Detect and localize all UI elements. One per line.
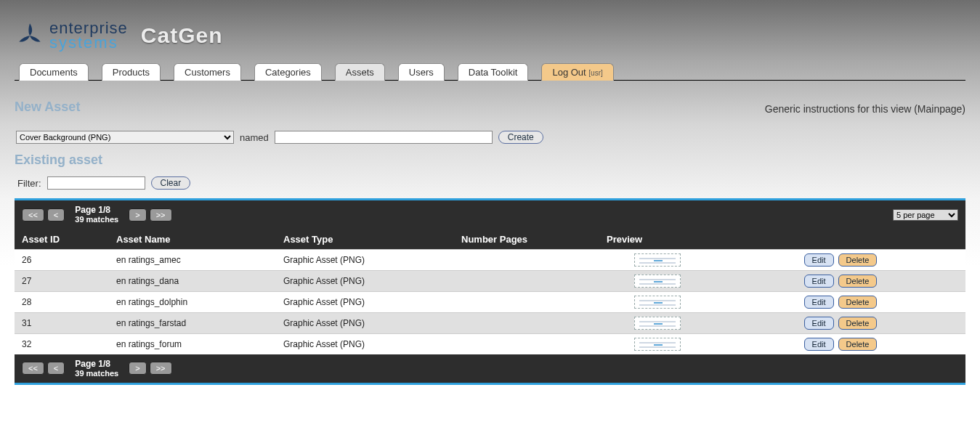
- pager-page-text: Page 1/8: [75, 359, 110, 369]
- filter-row: Filter: Clear: [17, 176, 965, 190]
- delete-button[interactable]: Delete: [838, 275, 878, 288]
- cell-preview: [599, 312, 716, 333]
- tab-users[interactable]: Users: [398, 63, 445, 81]
- pager-bottom: << < Page 1/8 39 matches > >>: [15, 354, 965, 386]
- tab-customers[interactable]: Customers: [174, 63, 241, 81]
- cell-number-pages: [454, 291, 599, 312]
- edit-button[interactable]: Edit: [804, 338, 834, 351]
- preview-thumbnail[interactable]: [634, 296, 681, 309]
- cell-preview: [599, 291, 716, 312]
- asset-grid: << < Page 1/8 39 matches > >> 5 per page: [15, 198, 965, 385]
- delete-button[interactable]: Delete: [838, 253, 878, 267]
- new-asset-heading: New Asset: [15, 99, 80, 115]
- cell-asset-type: Graphic Asset (PNG): [276, 312, 454, 333]
- asset-type-select[interactable]: Cover Background (PNG): [16, 131, 234, 144]
- view-instructions: Generic instructions for this view (Main…: [765, 103, 965, 115]
- cell-actions: EditDelete: [716, 312, 965, 333]
- cell-asset-type: Graphic Asset (PNG): [276, 270, 454, 291]
- pager-last-button[interactable]: >>: [150, 208, 172, 222]
- logout-user: [usr]: [588, 69, 602, 77]
- pager-first-button[interactable]: <<: [22, 208, 44, 222]
- cell-actions: EditDelete: [716, 249, 965, 270]
- delete-button[interactable]: Delete: [838, 338, 878, 351]
- tab-documents[interactable]: Documents: [19, 63, 89, 81]
- col-asset-name: Asset Name: [109, 229, 276, 250]
- brand-line2: systems: [49, 35, 128, 51]
- new-asset-form: Cover Background (PNG) named Create: [16, 131, 965, 144]
- filter-input[interactable]: [47, 176, 145, 190]
- col-preview: Preview: [599, 229, 716, 250]
- tab-assets[interactable]: Assets: [335, 63, 385, 81]
- existing-asset-heading: Existing asset: [15, 153, 965, 168]
- cell-preview: [599, 270, 716, 291]
- cell-actions: EditDelete: [716, 333, 965, 354]
- create-button[interactable]: Create: [498, 131, 543, 144]
- pager-top: << < Page 1/8 39 matches > >> 5 per page: [15, 198, 965, 229]
- edit-button[interactable]: Edit: [804, 253, 834, 267]
- preview-thumbnail[interactable]: [634, 317, 681, 330]
- pager-last-button[interactable]: >>: [150, 362, 172, 375]
- app-title: CatGen: [141, 23, 223, 48]
- pager-page-text: Page 1/8: [75, 205, 110, 215]
- tab-logout[interactable]: Log Out [usr]: [541, 63, 613, 81]
- cell-asset-name: en ratings_amec: [109, 249, 276, 270]
- edit-button[interactable]: Edit: [804, 296, 834, 309]
- pager-next-button[interactable]: >: [129, 362, 146, 375]
- cell-asset-id: 26: [15, 249, 109, 270]
- pager-prev-button[interactable]: <: [47, 362, 65, 375]
- cell-asset-name: en ratings_farstad: [109, 312, 276, 333]
- cell-preview: [599, 333, 716, 354]
- pager-first-button[interactable]: <<: [22, 362, 44, 375]
- header: enterprise systems CatGen: [15, 0, 965, 58]
- table-row: 28en ratings_dolphinGraphic Asset (PNG)E…: [15, 291, 965, 312]
- filter-label: Filter:: [17, 178, 41, 189]
- col-asset-type: Asset Type: [276, 229, 454, 250]
- col-number-pages: Number Pages: [454, 229, 599, 250]
- table-row: 31en ratings_farstadGraphic Asset (PNG)E…: [15, 312, 965, 333]
- tab-data-toolkit[interactable]: Data Toolkit: [458, 63, 529, 81]
- cell-preview: [599, 249, 716, 270]
- asset-name-input[interactable]: [275, 131, 493, 144]
- cell-number-pages: [454, 333, 599, 354]
- main-tabs: Documents Products Customers Categories …: [15, 62, 965, 81]
- table-row: 27en ratings_danaGraphic Asset (PNG)Edit…: [15, 270, 965, 291]
- cell-number-pages: [454, 270, 599, 291]
- cell-actions: EditDelete: [716, 291, 965, 312]
- cell-asset-name: en ratings_dolphin: [109, 291, 276, 312]
- asset-table: Asset ID Asset Name Asset Type Number Pa…: [15, 229, 965, 354]
- cell-number-pages: [454, 249, 599, 270]
- cell-asset-type: Graphic Asset (PNG): [276, 249, 454, 270]
- cell-asset-type: Graphic Asset (PNG): [276, 291, 454, 312]
- delete-button[interactable]: Delete: [838, 296, 878, 309]
- cell-actions: EditDelete: [716, 270, 965, 291]
- pager-info: Page 1/8 39 matches: [75, 205, 118, 225]
- cell-number-pages: [454, 312, 599, 333]
- cell-asset-name: en ratings_dana: [109, 270, 276, 291]
- cell-asset-id: 27: [15, 270, 109, 291]
- edit-button[interactable]: Edit: [804, 317, 834, 330]
- named-label: named: [240, 132, 269, 143]
- table-row: 26en ratings_amecGraphic Asset (PNG)Edit…: [15, 249, 965, 270]
- pager-prev-button[interactable]: <: [47, 208, 65, 222]
- col-actions: [716, 229, 965, 250]
- per-page-select[interactable]: 5 per page: [893, 209, 958, 221]
- cell-asset-id: 31: [15, 312, 109, 333]
- pager-matches-text: 39 matches: [75, 369, 118, 378]
- brand-logo-icon: [15, 20, 45, 51]
- cell-asset-name: en ratings_forum: [109, 333, 276, 354]
- preview-thumbnail[interactable]: [634, 275, 681, 288]
- pager-matches-text: 39 matches: [75, 215, 118, 224]
- logout-label: Log Out: [552, 67, 586, 78]
- pager-next-button[interactable]: >: [129, 208, 146, 222]
- tab-categories[interactable]: Categories: [254, 63, 322, 81]
- cell-asset-type: Graphic Asset (PNG): [276, 333, 454, 354]
- clear-button[interactable]: Clear: [151, 176, 191, 190]
- preview-thumbnail[interactable]: [634, 253, 681, 267]
- cell-asset-id: 32: [15, 333, 109, 354]
- tab-products[interactable]: Products: [102, 63, 161, 81]
- delete-button[interactable]: Delete: [838, 317, 878, 330]
- col-asset-id: Asset ID: [15, 229, 109, 250]
- edit-button[interactable]: Edit: [804, 275, 834, 288]
- table-row: 32en ratings_forumGraphic Asset (PNG)Edi…: [15, 333, 965, 354]
- preview-thumbnail[interactable]: [634, 338, 681, 351]
